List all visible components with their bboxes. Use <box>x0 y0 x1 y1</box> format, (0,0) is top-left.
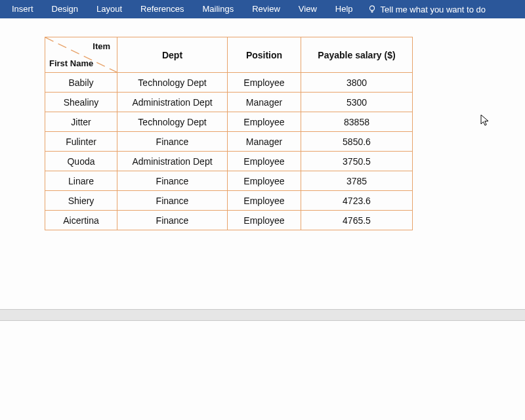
tab-help[interactable]: Help <box>326 0 362 18</box>
document-page-next[interactable] <box>0 320 525 420</box>
cell-name[interactable]: Shealiny <box>45 93 117 112</box>
cell-name[interactable]: Babily <box>45 73 117 93</box>
cell-position[interactable]: Manager <box>228 132 301 152</box>
lightbulb-icon <box>368 5 377 14</box>
cell-salary[interactable]: 5850.6 <box>301 132 413 152</box>
cell-salary[interactable]: 4723.6 <box>301 191 413 211</box>
header-salary[interactable]: Payable salary ($) <box>301 37 413 73</box>
cell-dept[interactable]: Finance <box>117 171 228 191</box>
cell-position[interactable]: Employee <box>228 73 301 93</box>
header-diag-top: Item <box>93 41 110 51</box>
tab-layout[interactable]: Layout <box>87 0 131 18</box>
tell-me-search[interactable]: Tell me what you want to do <box>362 5 491 14</box>
cell-name[interactable]: Jitter <box>45 112 117 132</box>
header-position[interactable]: Position <box>228 37 301 73</box>
cell-salary[interactable]: 5300 <box>301 93 413 112</box>
table-row[interactable]: LinareFinanceEmployee3785 <box>45 171 413 191</box>
header-diagonal[interactable]: Item First Name <box>45 37 117 73</box>
cell-position[interactable]: Employee <box>228 211 301 230</box>
table-row[interactable]: JitterTechnology DeptEmployee83858 <box>45 112 413 132</box>
cell-dept[interactable]: Administration Dept <box>117 93 228 112</box>
cell-dept[interactable]: Finance <box>117 132 228 152</box>
cell-position[interactable]: Employee <box>228 112 301 132</box>
cell-salary[interactable]: 83858 <box>301 112 413 132</box>
cell-dept[interactable]: Finance <box>117 211 228 230</box>
table-row[interactable]: BabilyTechnology DeptEmployee3800 <box>45 73 413 93</box>
salary-table[interactable]: Item First Name Dept Position Payable sa… <box>45 37 413 230</box>
ribbon-tabs-bar: Insert Design Layout References Mailings… <box>0 0 525 18</box>
tab-view[interactable]: View <box>289 0 326 18</box>
cell-dept[interactable]: Technology Dept <box>117 112 228 132</box>
cell-position[interactable]: Employee <box>228 171 301 191</box>
cell-dept[interactable]: Finance <box>117 191 228 211</box>
cell-name[interactable]: Aicertina <box>45 211 117 230</box>
tell-me-label: Tell me what you want to do <box>381 5 486 14</box>
tab-references[interactable]: References <box>131 0 193 18</box>
document-page[interactable]: Item First Name Dept Position Payable sa… <box>0 18 525 310</box>
cell-dept[interactable]: Administration Dept <box>117 152 228 171</box>
document-area: Item First Name Dept Position Payable sa… <box>0 18 525 420</box>
header-diag-bottom: First Name <box>49 58 93 68</box>
cell-salary[interactable]: 4765.5 <box>301 211 413 230</box>
tab-design[interactable]: Design <box>43 0 87 18</box>
table-row[interactable]: ShieryFinanceEmployee4723.6 <box>45 191 413 211</box>
cell-name[interactable]: Shiery <box>45 191 117 211</box>
tab-mailings[interactable]: Mailings <box>194 0 243 18</box>
table-row[interactable]: ShealinyAdministration DeptManager5300 <box>45 93 413 112</box>
cell-position[interactable]: Employee <box>228 152 301 171</box>
svg-point-0 <box>369 6 374 10</box>
cell-dept[interactable]: Technology Dept <box>117 73 228 93</box>
table-body: BabilyTechnology DeptEmployee3800Shealin… <box>45 73 413 230</box>
cell-name[interactable]: Quoda <box>45 152 117 171</box>
cell-position[interactable]: Employee <box>228 191 301 211</box>
cell-name[interactable]: Fulinter <box>45 132 117 152</box>
table-row[interactable]: QuodaAdministration DeptEmployee3750.5 <box>45 152 413 171</box>
cell-name[interactable]: Linare <box>45 171 117 191</box>
cell-salary[interactable]: 3750.5 <box>301 152 413 171</box>
table-header-row: Item First Name Dept Position Payable sa… <box>45 37 413 73</box>
table-row[interactable]: AicertinaFinanceEmployee4765.5 <box>45 211 413 230</box>
cell-position[interactable]: Manager <box>228 93 301 112</box>
cell-salary[interactable]: 3800 <box>301 73 413 93</box>
tab-review[interactable]: Review <box>243 0 289 18</box>
tab-insert[interactable]: Insert <box>3 0 43 18</box>
header-dept[interactable]: Dept <box>117 37 228 73</box>
cell-salary[interactable]: 3785 <box>301 171 413 191</box>
table-row[interactable]: FulinterFinanceManager5850.6 <box>45 132 413 152</box>
